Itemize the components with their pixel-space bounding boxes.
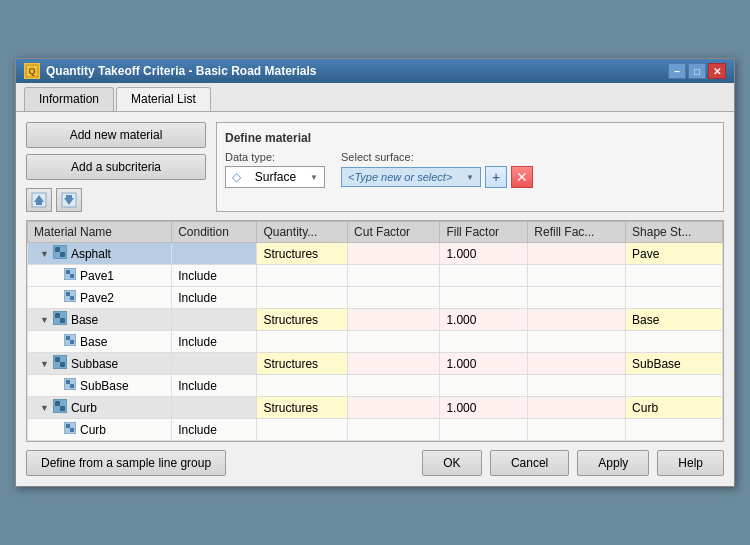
cell-material-name: ▼ Base bbox=[28, 309, 172, 331]
cell-material-name: ▼ Asphalt bbox=[28, 243, 172, 265]
table-row[interactable]: BaseInclude bbox=[28, 331, 723, 353]
svg-rect-32 bbox=[64, 422, 76, 434]
table-row[interactable]: SubBaseInclude bbox=[28, 375, 723, 397]
data-type-select[interactable]: ◇ Surface ▼ bbox=[225, 166, 325, 188]
icon-row bbox=[26, 188, 206, 212]
group-icon bbox=[53, 399, 67, 416]
material-table: Material Name Condition Quantity... Cut … bbox=[27, 221, 723, 441]
material-name-text: Pave2 bbox=[80, 291, 114, 305]
cell-cut-factor bbox=[348, 397, 440, 419]
cell-fill-factor: 1.000 bbox=[440, 353, 528, 375]
child-icon bbox=[64, 268, 76, 283]
move-up-icon[interactable] bbox=[26, 188, 52, 212]
title-controls: – □ ✕ bbox=[668, 63, 726, 79]
cell-refill bbox=[528, 243, 626, 265]
action-buttons: OK Cancel Apply Help bbox=[422, 450, 724, 476]
cell-quantity: Structures bbox=[257, 397, 348, 419]
svg-rect-34 bbox=[70, 428, 74, 432]
table-row[interactable]: Pave2Include bbox=[28, 287, 723, 309]
left-buttons: Add new material Add a subcriteria bbox=[26, 122, 206, 212]
define-from-sample-button[interactable]: Define from a sample line group bbox=[26, 450, 226, 476]
material-name-text: Subbase bbox=[71, 357, 118, 371]
data-type-group: Data type: ◇ Surface ▼ bbox=[225, 151, 325, 188]
close-button[interactable]: ✕ bbox=[708, 63, 726, 79]
table-row[interactable]: Pave1Include bbox=[28, 265, 723, 287]
cell-quantity: Structures bbox=[257, 309, 348, 331]
col-condition: Condition bbox=[172, 222, 257, 243]
minimize-button[interactable]: – bbox=[668, 63, 686, 79]
cell-refill bbox=[528, 265, 626, 287]
tab-information[interactable]: Information bbox=[24, 87, 114, 111]
table-row[interactable]: ▼ CurbStructures1.000Curb bbox=[28, 397, 723, 419]
table-row[interactable]: ▼ AsphaltStructures1.000Pave bbox=[28, 243, 723, 265]
tab-bar: Information Material List bbox=[16, 83, 734, 112]
svg-rect-13 bbox=[70, 274, 74, 278]
svg-rect-31 bbox=[60, 406, 65, 411]
table-row[interactable]: CurbInclude bbox=[28, 419, 723, 441]
svg-rect-12 bbox=[66, 270, 70, 274]
add-surface-button[interactable]: + bbox=[485, 166, 507, 188]
cell-material-name: Curb bbox=[28, 419, 172, 441]
cell-quantity bbox=[257, 287, 348, 309]
delete-surface-button[interactable]: ✕ bbox=[511, 166, 533, 188]
move-down-icon[interactable] bbox=[56, 188, 82, 212]
svg-rect-25 bbox=[60, 362, 65, 367]
help-button[interactable]: Help bbox=[657, 450, 724, 476]
child-icon bbox=[64, 378, 76, 393]
cell-cut-factor bbox=[348, 375, 440, 397]
material-table-container: Material Name Condition Quantity... Cut … bbox=[26, 220, 724, 442]
cancel-button[interactable]: Cancel bbox=[490, 450, 569, 476]
cell-material-name: Base bbox=[28, 331, 172, 353]
apply-button[interactable]: Apply bbox=[577, 450, 649, 476]
add-material-button[interactable]: Add new material bbox=[26, 122, 206, 148]
table-header-row: Material Name Condition Quantity... Cut … bbox=[28, 222, 723, 243]
svg-rect-19 bbox=[60, 318, 65, 323]
group-icon bbox=[53, 311, 67, 328]
cell-fill-factor bbox=[440, 419, 528, 441]
col-material-name: Material Name bbox=[28, 222, 172, 243]
svg-rect-8 bbox=[53, 245, 67, 259]
cell-shape bbox=[626, 331, 723, 353]
select-surface-control: <Type new or select> ▼ + ✕ bbox=[341, 166, 533, 188]
svg-rect-18 bbox=[55, 313, 60, 318]
cell-quantity bbox=[257, 419, 348, 441]
svg-text:Q: Q bbox=[28, 66, 35, 76]
data-type-label: Data type: bbox=[225, 151, 325, 163]
add-subcriteria-button[interactable]: Add a subcriteria bbox=[26, 154, 206, 180]
cell-material-name: SubBase bbox=[28, 375, 172, 397]
cell-shape: Base bbox=[626, 309, 723, 331]
svg-rect-17 bbox=[53, 311, 67, 325]
maximize-button[interactable]: □ bbox=[688, 63, 706, 79]
window-icon: Q bbox=[24, 63, 40, 79]
col-cut-factor: Cut Factor bbox=[348, 222, 440, 243]
cell-quantity bbox=[257, 331, 348, 353]
svg-rect-7 bbox=[66, 195, 72, 198]
svg-rect-21 bbox=[66, 336, 70, 340]
svg-rect-16 bbox=[70, 296, 74, 300]
ok-button[interactable]: OK bbox=[422, 450, 482, 476]
surface-icon: ◇ bbox=[232, 170, 241, 184]
material-name-text: Pave1 bbox=[80, 269, 114, 283]
cell-fill-factor: 1.000 bbox=[440, 397, 528, 419]
select-surface-select[interactable]: <Type new or select> ▼ bbox=[341, 167, 481, 187]
cell-shape: Pave bbox=[626, 243, 723, 265]
title-bar: Q Quantity Takeoff Criteria - Basic Road… bbox=[16, 59, 734, 83]
cell-refill bbox=[528, 353, 626, 375]
svg-rect-22 bbox=[70, 340, 74, 344]
table-row[interactable]: ▼ SubbaseStructures1.000SubBase bbox=[28, 353, 723, 375]
cell-shape bbox=[626, 287, 723, 309]
table-row[interactable]: ▼ BaseStructures1.000Base bbox=[28, 309, 723, 331]
data-type-control: ◇ Surface ▼ bbox=[225, 166, 325, 188]
col-shape: Shape St... bbox=[626, 222, 723, 243]
cell-fill-factor bbox=[440, 265, 528, 287]
child-icon bbox=[64, 334, 76, 349]
cell-shape bbox=[626, 265, 723, 287]
material-name-text: Asphalt bbox=[71, 247, 111, 261]
material-name-text: Curb bbox=[80, 423, 106, 437]
tab-material-list[interactable]: Material List bbox=[116, 87, 211, 111]
form-row: Data type: ◇ Surface ▼ Select surface: bbox=[225, 151, 715, 188]
svg-rect-26 bbox=[64, 378, 76, 390]
surface-dropdown-arrow-icon: ▼ bbox=[466, 173, 474, 182]
cell-cut-factor bbox=[348, 353, 440, 375]
define-material-panel: Define material Data type: ◇ Surface ▼ bbox=[216, 122, 724, 212]
